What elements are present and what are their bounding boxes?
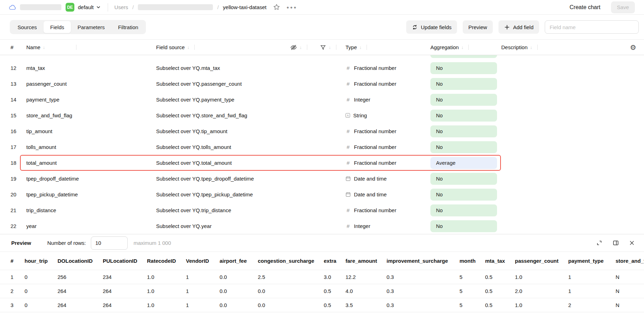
field-source[interactable]: Subselect over YQ.passenger_count [156, 81, 281, 87]
field-type-cell[interactable]: #Fractional number [342, 207, 426, 213]
aggregation-cell[interactable]: No [426, 125, 501, 137]
field-row-tpep_dropoff_datetime[interactable]: 19tpep_dropoff_datetimeSubselect over YQ… [0, 171, 644, 187]
more-actions-icon[interactable]: ●●● [286, 4, 298, 11]
aggregation-select[interactable]: No [430, 204, 497, 216]
field-type-cell[interactable]: #Fractional number [342, 65, 426, 71]
field-type-cell[interactable]: #Fractional number [342, 81, 426, 87]
column-header-field-source[interactable]: Field source↓ [156, 40, 281, 55]
field-name[interactable]: tpep_dropoff_datetime [22, 176, 156, 182]
field-row-passenger_count[interactable]: 13passenger_countSubselect over YQ.passe… [0, 76, 644, 92]
field-name[interactable]: tip_amount [22, 128, 156, 134]
redacted-folder-name[interactable] [138, 4, 213, 10]
column-header-description[interactable]: Description↓ [501, 40, 621, 55]
aggregation-cell[interactable]: No [426, 94, 501, 106]
tab-filtration[interactable]: Filtration [112, 21, 145, 33]
field-name[interactable]: tpep_pickup_datetime [22, 191, 156, 197]
field-source[interactable]: Subselect over YQ.trip_distance [156, 207, 281, 213]
update-fields-button[interactable]: Update fields [406, 20, 457, 34]
column-header-filter[interactable]: ↓ [314, 40, 342, 55]
aggregation-select[interactable]: No [430, 78, 497, 90]
field-source[interactable]: Subselect over YQ.store_and_fwd_flag [156, 112, 281, 118]
field-row-total_amount[interactable]: 18total_amountSubselect over YQ.total_am… [0, 155, 644, 171]
breadcrumb-users[interactable]: Users [114, 4, 128, 10]
expand-icon[interactable] [595, 239, 603, 247]
field-name[interactable]: passenger_count [22, 81, 156, 87]
aggregation-cell[interactable]: No [426, 204, 501, 216]
close-icon[interactable] [628, 239, 636, 247]
aggregation-cell[interactable]: No [426, 220, 501, 232]
add-field-button[interactable]: Add field [498, 20, 539, 34]
field-row-tip_amount[interactable]: 16tip_amountSubselect over YQ.tip_amount… [0, 123, 644, 139]
favorite-star-icon[interactable] [272, 3, 281, 12]
field-name[interactable]: total_amount [22, 160, 156, 166]
tab-fields[interactable]: Fields [43, 21, 71, 33]
aggregation-select[interactable]: No [430, 110, 497, 122]
sort-down-icon[interactable]: ↓ [43, 45, 45, 50]
aggregation-cell[interactable]: No [426, 110, 501, 122]
field-source[interactable]: Subselect over YQ.tpep_pickup_datetime [156, 191, 281, 197]
field-type-cell[interactable]: Date and time [342, 176, 426, 182]
field-type-cell[interactable]: #Fractional number [342, 160, 426, 166]
preview-button[interactable]: Preview [463, 20, 492, 34]
field-row-tolls_amount[interactable]: 17tolls_amountSubselect over YQ.tolls_am… [0, 139, 644, 155]
sort-down-icon[interactable]: ↓ [329, 45, 331, 50]
field-name[interactable]: trip_distance [22, 207, 156, 213]
field-type-cell[interactable]: Date and time [342, 191, 426, 197]
tab-sources[interactable]: Sources [11, 21, 43, 33]
aggregation-select[interactable]: No [430, 220, 497, 232]
aggregation-select[interactable]: No [430, 94, 497, 106]
rows-count-input[interactable] [91, 236, 128, 250]
field-source[interactable]: Subselect over YQ.total_amount [156, 160, 281, 166]
field-type-cell[interactable]: #Fractional number [342, 128, 426, 134]
field-type-cell[interactable]: #Integer [342, 223, 426, 229]
save-button[interactable]: Save [611, 1, 635, 13]
field-name[interactable]: store_and_fwd_flag [22, 112, 156, 118]
sort-down-icon[interactable]: ↓ [300, 45, 302, 50]
field-type-cell[interactable]: #Fractional number [342, 144, 426, 150]
field-row-mta_tax[interactable]: 12mta_taxSubselect over YQ.mta_tax#Fract… [0, 60, 644, 76]
aggregation-select[interactable]: No [430, 125, 497, 137]
aggregation-cell[interactable]: No [426, 78, 501, 90]
aggregation-cell[interactable]: No [426, 189, 501, 201]
field-type-cell[interactable]: #Integer [342, 97, 426, 103]
aggregation-select[interactable]: No [430, 141, 497, 153]
column-header-hidden[interactable]: ↓ [281, 40, 314, 55]
sort-down-icon[interactable]: ↓ [360, 45, 362, 50]
gear-icon[interactable]: ⚙ [630, 44, 636, 51]
field-source[interactable]: Subselect over YQ.tolls_amount [156, 144, 281, 150]
aggregation-cell[interactable]: No [426, 173, 501, 185]
field-name[interactable]: mta_tax [22, 65, 156, 71]
column-header-type[interactable]: Type↓ [342, 40, 426, 55]
field-row-trip_distance[interactable]: 21trip_distanceSubselect over YQ.trip_di… [0, 202, 644, 218]
field-name[interactable]: year [22, 223, 156, 229]
sort-down-icon[interactable]: ↓ [530, 45, 532, 50]
field-name-search-input[interactable] [545, 20, 639, 34]
aggregation-cell[interactable]: Average [426, 157, 501, 169]
column-header-name[interactable]: Name↓ [22, 40, 156, 55]
column-header-aggregation[interactable]: Aggregation↓ [426, 40, 501, 55]
field-row-store_and_fwd_flag[interactable]: 15store_and_fwd_flagSubselect over YQ.st… [0, 107, 644, 123]
aggregation-select[interactable]: No [430, 189, 497, 201]
create-chart-button[interactable]: Create chart [568, 4, 603, 11]
field-row-tpep_pickup_datetime[interactable]: 20tpep_pickup_datetimeSubselect over YQ.… [0, 187, 644, 202]
aggregation-select[interactable]: No [430, 173, 497, 185]
aggregation-select[interactable]: No [430, 62, 497, 74]
aggregation-cell[interactable]: No [426, 62, 501, 74]
split-view-icon[interactable] [612, 239, 620, 247]
env-selector[interactable]: default [78, 4, 101, 10]
field-source[interactable]: Subselect over YQ.tpep_dropoff_datetime [156, 176, 281, 182]
aggregation-select[interactable]: Average [430, 157, 497, 169]
field-row-payment_type[interactable]: 14payment_typeSubselect over YQ.payment_… [0, 92, 644, 107]
sort-down-icon[interactable]: ↓ [461, 45, 464, 50]
field-name[interactable]: payment_type [22, 97, 156, 103]
sort-down-icon[interactable]: ↓ [187, 45, 190, 50]
field-source[interactable]: Subselect over YQ.tip_amount [156, 128, 281, 134]
field-name[interactable]: tolls_amount [22, 144, 156, 150]
field-type-cell[interactable]: AString [342, 112, 426, 118]
field-row-year[interactable]: 22yearSubselect over YQ.year#IntegerNo [0, 218, 644, 234]
tab-parameters[interactable]: Parameters [71, 21, 112, 33]
field-source[interactable]: Subselect over YQ.payment_type [156, 97, 281, 103]
cloud-logo-icon[interactable] [8, 3, 16, 11]
aggregation-cell[interactable]: No [426, 141, 501, 153]
field-source[interactable]: Subselect over YQ.mta_tax [156, 65, 281, 71]
